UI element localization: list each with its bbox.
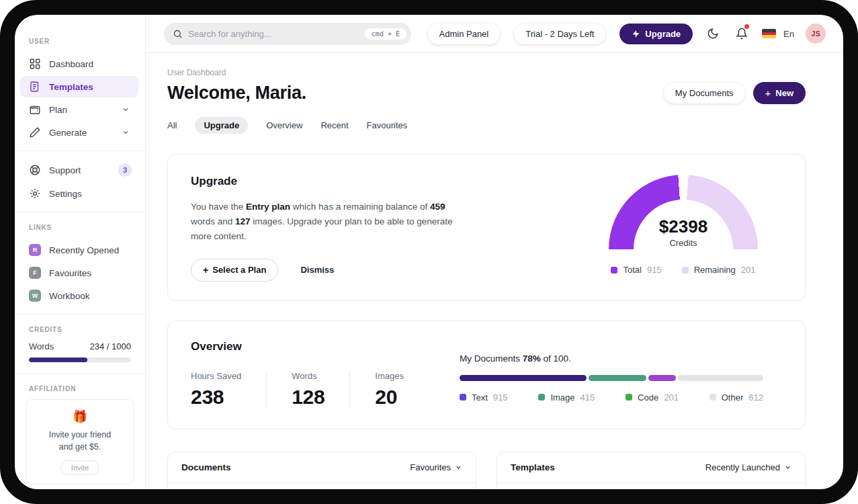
tab-recent[interactable]: Recent [320,120,348,130]
stacked-progress-bar [460,375,763,381]
new-button[interactable]: + New [753,82,806,104]
sidebar-item-label: Support [49,165,81,175]
notifications-button[interactable] [733,25,750,42]
language-selector[interactable]: En [783,29,794,39]
sidebar-item-label: Plan [49,105,67,115]
sidebar-section-user: USER [15,38,145,52]
sidebar-item-label: Settings [49,189,82,199]
template-row[interactable]: Blog Post Title in Workbook [497,483,805,489]
legend-swatch [710,394,716,401]
chevron-down-icon [784,464,791,471]
pencil-icon [29,126,41,138]
credits-row: Words 234 / 1000 [15,340,145,358]
tab-all[interactable]: All [167,120,177,130]
stat-words: Words 128 [266,371,349,409]
sidebar-item-generate[interactable]: Generate [20,122,138,143]
chevron-down-icon [120,106,132,114]
legend-item-other: Other 612 [710,392,763,403]
template-icon [29,81,41,93]
invite-button[interactable]: Invite [60,460,99,475]
legend-swatch [626,394,632,401]
progress-legend: Text 915 Image 415 Code 201 [460,392,763,403]
templates-filter-dropdown[interactable]: Recently Launched [705,462,791,472]
german-flag-icon[interactable] [762,29,776,38]
user-avatar[interactable]: JS [806,24,826,44]
search-input[interactable] [188,29,365,39]
stat-images: Images 20 [349,371,429,409]
legend-swatch [682,267,689,274]
gauge-legend: Total 915 Remaining 201 [611,265,755,275]
sidebar-item-label: Workbook [49,291,90,301]
legend-swatch [538,394,545,401]
sidebar-section-affiliation: AFFILIATION [15,381,145,399]
sidebar-link-favourites[interactable]: F Favourites [20,262,138,284]
documents-progress-label: My Documents 78% of 100. [460,353,763,364]
main-content: User Dashboard Welcome, Maria. My Docume… [146,53,843,489]
notification-dot [744,24,749,29]
sidebar-item-support[interactable]: Support 3 [20,159,138,181]
affiliation-text: Invite your friend and get $5. [33,429,127,453]
documents-filter-dropdown[interactable]: Favourites [410,462,462,472]
plus-icon: + [203,265,208,276]
device-frame: USER Dashboard Templates Plan Generate S… [0,0,858,504]
bar-segment-other [678,375,763,381]
bar-segment-code [648,375,677,381]
admin-panel-button[interactable]: Admin Panel [428,24,501,44]
legend-item-text: Text 915 [460,392,508,403]
dismiss-button[interactable]: Dismiss [300,265,334,275]
gear-icon [29,187,41,200]
tab-overview[interactable]: Overview [266,120,302,130]
sidebar-link-workbook[interactable]: W Workbook [20,285,138,306]
plus-icon: + [765,87,771,99]
divider [15,151,145,151]
tab-upgrade[interactable]: Upgrade [195,117,248,134]
trial-status-button[interactable]: Trial - 2 Days Left [514,24,605,44]
overview-card: Overview Hours Saved 238 Words 128 Image… [167,321,806,429]
affiliation-card: 🎁 Invite your friend and get $5. Invite [26,399,134,485]
divider [15,314,145,314]
upgrade-card-body: You have the Entry plan which has a rema… [191,200,463,244]
divider [15,212,145,212]
sidebar-item-plan[interactable]: Plan [20,99,138,120]
tab-favourites[interactable]: Favourites [367,120,408,130]
divider [15,373,145,374]
link-initial-badge: R [29,244,41,256]
gift-icon: 🎁 [33,409,127,424]
documents-card-title: Documents [181,462,231,472]
document-row[interactable]: Untitled Document in Workbook [168,483,476,489]
topbar: cmd + E Admin Panel Trial - 2 Days Left … [146,15,843,53]
lifebuoy-icon [29,164,41,176]
sidebar-item-settings[interactable]: Settings [20,183,138,204]
legend-swatch [611,267,617,274]
bar-segment-text [460,375,587,381]
link-initial-badge: W [29,290,41,302]
sidebar-item-label: Dashboard [49,59,93,69]
documents-progress-chart: My Documents 78% of 100. Text 915 [460,340,763,409]
select-plan-button[interactable]: + Select a Plan [191,259,278,282]
documents-card: Documents Favourites Untitled Document i… [167,452,476,489]
wallet-icon [29,103,41,116]
sidebar-item-label: Generate [49,128,87,138]
dark-mode-toggle[interactable] [704,25,722,42]
credits-value: 234 / 1000 [90,341,131,351]
my-documents-button[interactable]: My Documents [664,83,745,103]
chevron-down-icon [455,464,462,471]
link-initial-badge: F [29,267,41,279]
bolt-icon [632,30,640,38]
credits-progress-bar [29,358,131,362]
upgrade-button[interactable]: Upgrade [619,24,693,44]
templates-card: Templates Recently Launched Blog Post Ti… [497,452,806,489]
breadcrumb: User Dashboard [167,68,806,77]
search-bar[interactable]: cmd + E [164,23,411,45]
sidebar-link-recently-opened[interactable]: R Recently Opened [20,239,138,261]
bell-icon [736,28,748,40]
gauge-value: $2398 [609,216,758,237]
chevron-down-icon [120,128,132,136]
support-badge: 3 [118,163,132,177]
sidebar-item-dashboard[interactable]: Dashboard [20,53,138,75]
sidebar-item-label: Templates [49,82,93,92]
moon-icon [707,28,719,40]
tab-bar: All Upgrade Overview Recent Favourites [167,117,806,134]
app-window: USER Dashboard Templates Plan Generate S… [15,15,843,489]
sidebar-item-templates[interactable]: Templates [20,76,138,97]
